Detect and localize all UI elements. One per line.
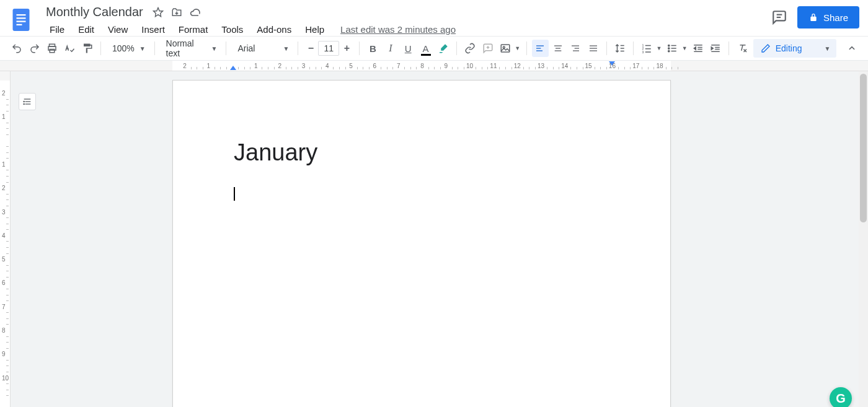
ruler-tick: 1 (2, 113, 6, 120)
font-select[interactable]: Arial▼ (231, 40, 293, 57)
ruler-tick: 16 (609, 63, 616, 69)
print-button[interactable] (44, 40, 60, 57)
spellcheck-button[interactable] (61, 40, 78, 57)
open-comments-icon[interactable] (769, 7, 790, 28)
insert-image-button[interactable] (497, 40, 513, 57)
scrollbar-thumb[interactable] (860, 74, 867, 222)
document-heading[interactable]: January (234, 139, 609, 166)
paragraph-style-value: Normal text (166, 38, 206, 58)
text-color-button[interactable]: A (417, 40, 433, 57)
editing-mode-select[interactable]: Editing ▼ (753, 39, 837, 58)
align-justify-button[interactable] (585, 40, 601, 57)
italic-button[interactable]: I (383, 40, 399, 57)
ruler-tick: 8 (420, 63, 424, 69)
workspace: 2112345678910 January G (0, 71, 868, 407)
bulleted-list-button[interactable] (664, 40, 680, 57)
svg-marker-5 (153, 7, 162, 16)
titlebar: Monthly Calendar File Edit View Insert F… (0, 0, 868, 36)
undo-button[interactable] (9, 40, 25, 57)
ruler-tick: 8 (2, 327, 6, 334)
toolbar: 100%▼ Normal text▼ Arial▼ − + B I U A ▼ … (0, 36, 868, 61)
svg-point-38 (668, 50, 670, 51)
menu-view[interactable]: View (102, 22, 134, 37)
editing-mode-label: Editing (776, 43, 802, 53)
doc-title[interactable]: Monthly Calendar (43, 4, 146, 20)
ruler-tick: 2 (183, 63, 187, 69)
insert-link-button[interactable] (462, 40, 478, 57)
hide-menus-button[interactable] (844, 40, 859, 56)
ruler-tick: 10 (466, 63, 473, 69)
numbered-list-button[interactable]: 123 (639, 40, 655, 57)
share-label: Share (823, 12, 848, 23)
text-cursor (234, 187, 235, 201)
show-outline-button[interactable] (19, 93, 36, 110)
ruler-tick: 7 (397, 63, 401, 69)
ruler-tick: 1 (2, 160, 6, 167)
share-button[interactable]: Share (797, 6, 859, 28)
font-size-decrease-button[interactable]: − (303, 40, 318, 56)
ruler-tick: 4 (2, 232, 6, 239)
paint-format-button[interactable] (79, 40, 95, 57)
menu-file[interactable]: File (43, 22, 71, 37)
grammarly-badge[interactable]: G (830, 387, 852, 407)
align-left-button[interactable] (532, 40, 548, 57)
highlight-color-button[interactable] (435, 40, 451, 57)
ruler-tick: 12 (514, 63, 521, 69)
increase-indent-button[interactable] (707, 40, 724, 57)
text-cursor-line[interactable] (234, 187, 609, 201)
menu-edit[interactable]: Edit (72, 22, 100, 37)
menu-help[interactable]: Help (299, 22, 330, 37)
ruler-tick: 4 (326, 63, 329, 69)
ruler-tick: 15 (585, 63, 592, 69)
menu-tools[interactable]: Tools (215, 22, 249, 37)
docs-home-icon[interactable] (9, 5, 33, 35)
redo-button[interactable] (26, 40, 42, 57)
ruler-tick: 3 (2, 208, 6, 215)
font-size-increase-button[interactable]: + (339, 40, 354, 56)
align-right-button[interactable] (567, 40, 583, 57)
bold-button[interactable]: B (365, 40, 381, 57)
svg-rect-0 (13, 9, 30, 31)
svg-rect-13 (501, 45, 510, 52)
svg-text:3: 3 (642, 50, 644, 54)
svg-point-37 (668, 48, 670, 49)
ruler-tick: 7 (2, 303, 6, 310)
move-icon[interactable] (170, 6, 183, 19)
decrease-indent-button[interactable] (690, 40, 706, 57)
ruler-tick: 11 (490, 63, 497, 69)
svg-rect-1 (17, 14, 26, 15)
clear-formatting-button[interactable] (734, 40, 750, 57)
ruler-tick: 17 (632, 63, 639, 69)
star-icon[interactable] (152, 6, 164, 19)
ruler-tick: 1 (207, 63, 211, 69)
numbered-list-dropdown[interactable]: ▼ (655, 43, 663, 54)
ruler-tick: 6 (373, 63, 377, 69)
ruler-tick: 18 (656, 63, 663, 69)
ruler-tick: 1 (254, 63, 258, 69)
ruler-tick: 2 (278, 63, 281, 69)
ruler-tick: 10 (2, 374, 9, 381)
vertical-scrollbar[interactable] (859, 71, 868, 407)
menu-addons[interactable]: Add-ons (250, 22, 298, 37)
bulleted-list-dropdown[interactable]: ▼ (681, 43, 689, 54)
document-page[interactable]: January (172, 80, 671, 407)
menu-insert[interactable]: Insert (135, 22, 171, 37)
insert-image-dropdown[interactable]: ▼ (513, 43, 521, 54)
menubar: File Edit View Insert Format Tools Add-o… (43, 22, 769, 37)
ruler-tick: 2 (2, 90, 6, 97)
last-edit-link[interactable]: Last edit was 2 minutes ago (340, 24, 456, 35)
first-line-indent-marker[interactable] (230, 66, 236, 70)
underline-button[interactable]: U (400, 40, 416, 57)
zoom-select[interactable]: 100%▼ (106, 40, 149, 57)
cloud-status-icon[interactable] (189, 6, 202, 19)
vertical-ruler[interactable]: 2112345678910 (0, 71, 11, 407)
align-center-button[interactable] (550, 40, 566, 57)
font-size-input[interactable] (318, 41, 339, 56)
menu-format[interactable]: Format (172, 22, 215, 37)
zoom-value: 100% (112, 43, 135, 53)
ruler-tick: 9 (2, 351, 6, 357)
paragraph-style-select[interactable]: Normal text▼ (160, 40, 221, 57)
add-comment-button[interactable] (480, 40, 496, 57)
line-spacing-button[interactable] (612, 40, 628, 57)
horizontal-ruler[interactable]: 21123456789101112131415161718 (0, 61, 868, 71)
